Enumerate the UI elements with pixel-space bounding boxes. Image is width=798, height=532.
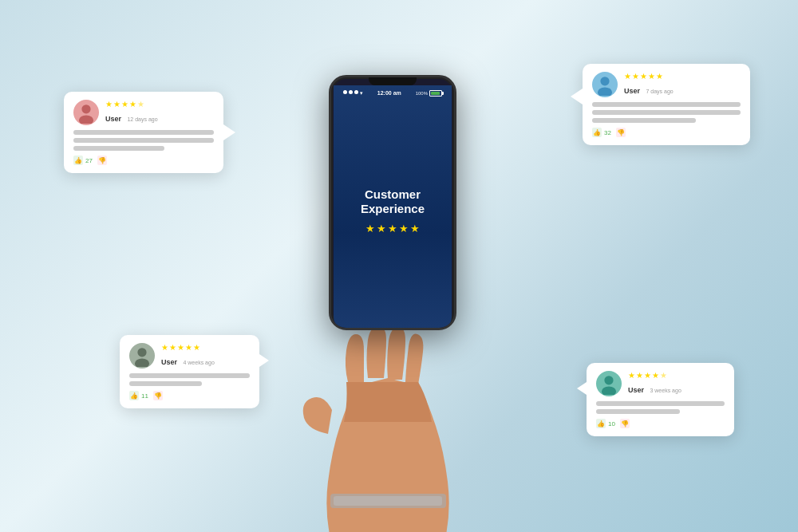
svg-point-4 xyxy=(137,348,146,357)
signal-dots: ▾ xyxy=(343,90,363,97)
card-2-actions: 👍 32 👎 xyxy=(592,128,741,137)
svg-point-3 xyxy=(598,88,612,97)
card-4-actions: 👍 10 👎 xyxy=(596,419,725,428)
status-bar: ▾ 12:00 am 100% xyxy=(340,89,445,98)
phone: ▾ 12:00 am 100% Customer Experience xyxy=(329,75,456,330)
card-2-line-1 xyxy=(592,102,741,107)
card-1-time: 12 days ago xyxy=(127,116,157,122)
card-1-user: User xyxy=(105,115,121,123)
card-1-info: ★ ★ ★ ★ ★ User 12 days ago xyxy=(105,100,214,124)
card-1-like[interactable]: 👍 27 xyxy=(73,156,93,165)
card-3-info: ★ ★ ★ ★ ★ User 4 weeks ago xyxy=(161,343,250,368)
battery-icon xyxy=(429,90,442,97)
card-2-line-3 xyxy=(592,118,696,123)
card-1-line-1 xyxy=(73,130,214,135)
thumbs-up-icon-4: 👍 xyxy=(596,419,606,428)
card-2-time: 7 days ago xyxy=(646,89,673,94)
battery-indicator: 100% xyxy=(416,90,442,97)
phone-title-line2: Experience xyxy=(361,202,425,215)
card-3-user: User xyxy=(161,358,177,366)
phone-title-line1: Customer xyxy=(365,187,421,201)
card-1-user-line: User 12 days ago xyxy=(105,110,214,124)
phone-title: Customer Experience xyxy=(361,187,425,216)
card-2-user: User xyxy=(624,87,640,95)
card-4-line-2 xyxy=(596,409,680,414)
svg-point-6 xyxy=(604,376,613,384)
card-1-line-3 xyxy=(73,146,164,151)
card-3-time: 4 weeks ago xyxy=(183,360,214,365)
card-4-dislike[interactable]: 👎 xyxy=(620,419,630,428)
card-3-actions: 👍 11 👎 xyxy=(129,391,250,400)
card-3-stars: ★ ★ ★ ★ ★ xyxy=(161,343,250,352)
card-4-stars: ★ ★ ★ ★ ★ xyxy=(628,371,725,380)
card-1-dislike[interactable]: 👎 xyxy=(97,156,107,165)
svg-rect-9 xyxy=(334,496,442,506)
svg-point-1 xyxy=(79,116,93,124)
card-4-line-1 xyxy=(596,401,725,406)
dot-3 xyxy=(354,90,358,94)
star-4: ★ xyxy=(129,100,136,108)
card-4-lines xyxy=(596,401,725,414)
card-4-time: 3 weeks ago xyxy=(650,388,681,393)
avatar-2 xyxy=(592,72,618,97)
card-2-likes-count: 32 xyxy=(604,129,611,136)
card-1-header: ★ ★ ★ ★ ★ User 12 days ago xyxy=(73,100,214,125)
review-card-1: ★ ★ ★ ★ ★ User 12 days ago 👍 27 xyxy=(64,92,223,173)
dot-1 xyxy=(343,90,347,94)
phone-screen: ▾ 12:00 am 100% Customer Experience xyxy=(334,85,452,330)
svg-point-2 xyxy=(600,77,609,85)
dot-2 xyxy=(349,90,353,94)
thumbs-down-icon-2: 👎 xyxy=(616,128,626,137)
card-3-line-1 xyxy=(129,373,250,378)
card-2-lines xyxy=(592,102,741,123)
star-1: ★ xyxy=(105,100,113,108)
card-2-info: ★ ★ ★ ★ ★ User 7 days ago xyxy=(624,72,741,97)
svg-point-5 xyxy=(135,359,149,368)
battery-fill xyxy=(431,92,440,95)
review-card-2: ★ ★ ★ ★ ★ User 7 days ago 👍 32 xyxy=(583,64,750,145)
avatar-3 xyxy=(129,343,155,368)
card-4-header: ★ ★ ★ ★ ★ User 3 weeks ago xyxy=(596,371,725,396)
hand-phone-container: ▾ 12:00 am 100% Customer Experience xyxy=(200,51,598,530)
phone-star-5: ★ xyxy=(410,223,420,234)
card-1-line-2 xyxy=(73,138,214,143)
card-2-like[interactable]: 👍 32 xyxy=(592,128,611,137)
phone-notch xyxy=(369,77,417,85)
card-2-dislike[interactable]: 👎 xyxy=(616,128,626,137)
card-4-user-line: User 3 weeks ago xyxy=(628,381,725,396)
thumbs-up-icon-3: 👍 xyxy=(129,391,139,400)
main-scene: ★ ★ ★ ★ ★ User 12 days ago 👍 27 xyxy=(0,0,798,532)
card-4-user: User xyxy=(628,386,644,394)
card-2-user-line: User 7 days ago xyxy=(624,82,741,97)
card-2-stars: ★ ★ ★ ★ ★ xyxy=(624,72,741,81)
battery-percent: 100% xyxy=(416,91,428,96)
phone-star-1: ★ xyxy=(365,223,375,234)
card-3-dislike[interactable]: 👎 xyxy=(153,391,163,400)
thumbs-up-icon-2: 👍 xyxy=(592,128,602,137)
card-1-stars: ★ ★ ★ ★ ★ xyxy=(105,100,214,108)
card-3-likes-count: 11 xyxy=(141,392,148,400)
card-4-like[interactable]: 👍 10 xyxy=(596,419,615,428)
phone-stars: ★ ★ ★ ★ ★ xyxy=(365,223,420,234)
card-1-actions: 👍 27 👎 xyxy=(73,156,214,165)
card-3-like[interactable]: 👍 11 xyxy=(129,391,148,400)
card-4-likes-count: 10 xyxy=(608,420,615,428)
card-3-lines xyxy=(129,373,250,386)
avatar-4 xyxy=(596,371,622,396)
thumbs-down-icon-3: 👎 xyxy=(153,391,163,400)
thumbs-down-icon-4: 👎 xyxy=(620,419,630,428)
star-3: ★ xyxy=(121,100,128,108)
svg-point-0 xyxy=(81,104,90,113)
thumbs-up-icon-1: 👍 xyxy=(73,156,83,165)
card-1-lines xyxy=(73,130,214,151)
phone-content: Customer Experience ★ ★ ★ ★ ★ xyxy=(361,98,425,325)
battery-tip xyxy=(442,92,444,95)
card-3-line-2 xyxy=(129,381,202,386)
wifi-icon: ▾ xyxy=(360,90,363,97)
card-3-header: ★ ★ ★ ★ ★ User 4 weeks ago xyxy=(129,343,250,368)
phone-star-3: ★ xyxy=(388,223,397,234)
phone-star-4: ★ xyxy=(399,223,409,234)
card-2-line-2 xyxy=(592,110,741,115)
thumbs-down-icon-1: 👎 xyxy=(97,156,107,165)
star-5: ★ xyxy=(137,100,144,108)
